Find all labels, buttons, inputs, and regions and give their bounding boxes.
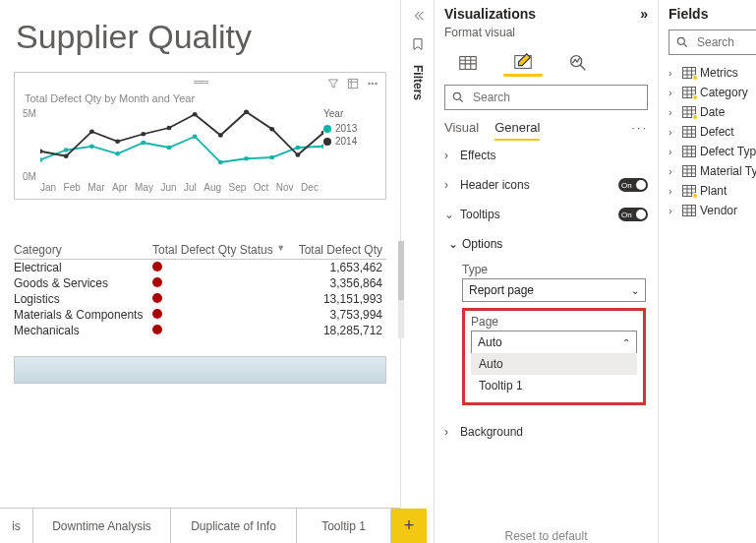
fields-search[interactable] bbox=[669, 30, 756, 55]
dropdown-option-auto[interactable]: Auto bbox=[471, 353, 637, 375]
svg-point-12 bbox=[244, 156, 249, 160]
tab-cut[interactable]: is bbox=[0, 509, 33, 543]
tab-duplicate[interactable]: Duplicate of Info bbox=[171, 509, 297, 543]
svg-point-15 bbox=[321, 145, 323, 149]
chevron-up-icon: ⌃ bbox=[622, 337, 630, 348]
x-tick: Apr bbox=[112, 182, 128, 193]
field-table[interactable]: ›Defect bbox=[669, 122, 756, 142]
legend-item[interactable]: 2013 bbox=[323, 123, 378, 134]
map-visual[interactable] bbox=[14, 356, 386, 384]
field-table[interactable]: ›Vendor bbox=[669, 201, 756, 220]
type-dropdown[interactable]: Report page⌄ bbox=[462, 278, 646, 302]
chevron-right-icon: › bbox=[669, 165, 678, 177]
svg-point-22 bbox=[193, 112, 198, 116]
report-canvas: Supplier Quality ══ Total Defect Qty by … bbox=[0, 0, 401, 543]
chevron-right-icon: › bbox=[669, 185, 678, 197]
toggle-tooltips[interactable]: On bbox=[618, 208, 648, 221]
svg-point-3 bbox=[376, 83, 378, 85]
format-search-input[interactable] bbox=[471, 90, 641, 105]
reset-to-default[interactable]: Reset to default bbox=[444, 523, 648, 543]
table-icon bbox=[682, 146, 696, 157]
x-tick: Nov bbox=[276, 182, 294, 193]
x-tick: Aug bbox=[204, 182, 221, 193]
field-table[interactable]: ›Metrics bbox=[669, 63, 756, 83]
chevron-right-icon: › bbox=[669, 67, 678, 79]
field-table[interactable]: ›Plant bbox=[669, 181, 756, 201]
svg-point-11 bbox=[218, 160, 223, 164]
svg-point-24 bbox=[244, 110, 249, 114]
svg-point-32 bbox=[677, 37, 684, 44]
pane-subtitle: Format visual bbox=[444, 26, 648, 39]
chevron-right-icon: › bbox=[444, 149, 456, 162]
analytics-icon[interactable] bbox=[558, 49, 598, 77]
col-header[interactable]: Category bbox=[14, 241, 152, 260]
bookmark-icon[interactable] bbox=[410, 36, 426, 55]
table-row[interactable]: Materials & Components3,753,994 bbox=[14, 307, 386, 323]
field-table[interactable]: ›Date bbox=[669, 102, 756, 122]
chart-title: Total Defect Qty by Month and Year bbox=[25, 92, 378, 104]
format-search[interactable] bbox=[444, 85, 648, 110]
section-options[interactable]: ⌄Options bbox=[462, 231, 646, 257]
filters-collapsed-rail[interactable]: Filters bbox=[401, 0, 435, 543]
scrollbar[interactable] bbox=[398, 241, 404, 338]
svg-point-13 bbox=[269, 155, 274, 159]
col-header[interactable]: Total Defect Qty Status ▼ bbox=[152, 241, 295, 260]
table-row[interactable]: Goods & Services3,356,864 bbox=[14, 275, 386, 291]
section-background[interactable]: ›Background bbox=[444, 417, 648, 447]
section-effects[interactable]: ›Effects bbox=[444, 141, 648, 170]
field-table[interactable]: ›Defect Type bbox=[669, 142, 756, 161]
x-tick: Dec bbox=[301, 182, 319, 193]
svg-point-9 bbox=[166, 146, 171, 150]
filter-icon[interactable] bbox=[326, 77, 340, 93]
tab-general[interactable]: General bbox=[494, 120, 540, 141]
col-header[interactable]: Total Defect Qty bbox=[295, 241, 386, 260]
section-tooltips[interactable]: ⌄TooltipsOn bbox=[444, 200, 648, 229]
svg-rect-36 bbox=[683, 127, 696, 138]
tab-downtime[interactable]: Downtime Analysis bbox=[33, 509, 171, 543]
table-icon bbox=[682, 126, 696, 138]
expand-icon[interactable]: » bbox=[640, 6, 648, 22]
status-dot bbox=[152, 325, 162, 334]
svg-rect-40 bbox=[683, 206, 696, 216]
line-chart-visual[interactable]: ══ Total Defect Qty by Month and Year 5M… bbox=[14, 72, 386, 200]
focus-icon[interactable] bbox=[346, 77, 360, 93]
sort-caret-icon: ▼ bbox=[276, 243, 285, 253]
table-icon bbox=[682, 87, 696, 98]
status-dot bbox=[152, 262, 162, 272]
table-icon bbox=[682, 106, 696, 118]
more-icon[interactable] bbox=[366, 77, 379, 93]
page-dropdown[interactable]: Auto⌃ bbox=[471, 331, 637, 354]
more-icon[interactable]: ··· bbox=[631, 120, 648, 141]
x-tick: Sep bbox=[229, 182, 247, 193]
svg-point-18 bbox=[89, 130, 94, 134]
field-table[interactable]: ›Material Type bbox=[669, 161, 756, 181]
table-row[interactable]: Electrical1,653,462 bbox=[14, 260, 386, 276]
fields-search-input[interactable] bbox=[695, 34, 756, 50]
chevron-down-icon: ⌄ bbox=[631, 285, 639, 296]
tab-tooltip1[interactable]: Tooltip 1 bbox=[297, 509, 391, 543]
format-visual-icon[interactable] bbox=[503, 49, 543, 77]
y-tick: 0M bbox=[23, 171, 36, 182]
table-visual[interactable]: Category Total Defect Qty Status ▼ Total… bbox=[14, 241, 386, 338]
tab-add[interactable]: + bbox=[391, 509, 427, 543]
table-row[interactable]: Mechanicals18,285,712 bbox=[14, 323, 386, 338]
svg-point-16 bbox=[40, 150, 42, 153]
field-table[interactable]: ›Category bbox=[669, 83, 756, 102]
fields-list: ›Metrics›Category›Date›Defect›Defect Typ… bbox=[669, 63, 756, 220]
table-icon bbox=[682, 205, 696, 216]
dropdown-option-tooltip1[interactable]: Tooltip 1 bbox=[471, 375, 637, 396]
toggle-header[interactable]: On bbox=[618, 178, 648, 192]
section-header-icons[interactable]: ›Header iconsOn bbox=[444, 170, 648, 200]
table-icon bbox=[682, 67, 696, 79]
legend-item[interactable]: 2014 bbox=[323, 136, 378, 147]
svg-point-14 bbox=[295, 146, 300, 150]
chevron-right-icon: › bbox=[669, 106, 678, 118]
svg-point-6 bbox=[89, 145, 94, 149]
table-row[interactable]: Logistics13,151,993 bbox=[14, 291, 386, 307]
drag-handle-icon[interactable]: ══ bbox=[194, 75, 206, 89]
tab-visual[interactable]: Visual bbox=[444, 120, 479, 141]
y-tick: 5M bbox=[23, 108, 36, 119]
type-label: Type bbox=[462, 263, 646, 276]
build-visual-icon[interactable] bbox=[448, 49, 488, 77]
collapse-icon[interactable] bbox=[410, 8, 426, 27]
